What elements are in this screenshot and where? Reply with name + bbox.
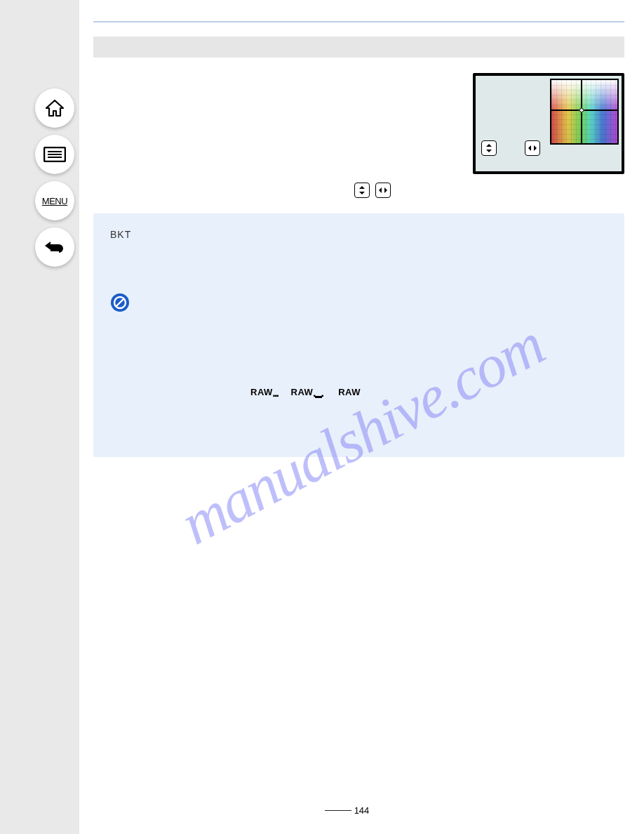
content: BKT RAW▪▪▪ RAW▪▬▪ RAW manuals (79, 0, 644, 834)
section-text-col (93, 73, 460, 174)
top-divider (93, 10, 624, 22)
raw-label-2: RAW▪▬▪ (291, 387, 323, 397)
section-bar (93, 37, 624, 58)
leftright-arrows-icon (528, 144, 537, 152)
na-heading-row (110, 293, 608, 312)
color-grid (550, 79, 619, 145)
fig-leftright-button[interactable] (525, 140, 540, 156)
updown-arrows-icon (485, 143, 493, 153)
figure-background (476, 76, 622, 171)
updown-arrows-icon (358, 185, 366, 195)
list-button[interactable] (35, 135, 74, 174)
leftright-arrows-icon (378, 186, 388, 194)
wb-figure (473, 73, 624, 174)
color-cursor (579, 107, 584, 113)
info-box: BKT RAW▪▪▪ RAW▪▬▪ RAW (93, 213, 624, 457)
sidebar: MENU (0, 0, 79, 834)
page-root: MENU (0, 0, 644, 834)
back-button[interactable] (35, 227, 74, 267)
menu-button[interactable]: MENU (35, 181, 74, 220)
menu-label: MENU (42, 196, 67, 206)
list-icon (43, 147, 66, 162)
bkt-icon: BKT (110, 229, 163, 240)
section-row (93, 73, 624, 174)
kbd-leftright (375, 183, 391, 198)
raw-line: RAW▪▪▪ RAW▪▬▪ RAW (110, 385, 608, 401)
back-icon (43, 239, 66, 256)
page-number: 144 (79, 804, 644, 816)
inline-kbd-row (93, 183, 624, 198)
fig-updown-button[interactable] (481, 140, 497, 156)
info-line1: BKT (110, 227, 608, 242)
raw-label-1: RAW▪▪▪ (250, 387, 278, 397)
home-icon (44, 99, 65, 117)
not-available-icon (110, 293, 130, 312)
raw-label-3: RAW (338, 387, 361, 397)
home-button[interactable] (35, 88, 74, 128)
kbd-updown (354, 183, 370, 198)
